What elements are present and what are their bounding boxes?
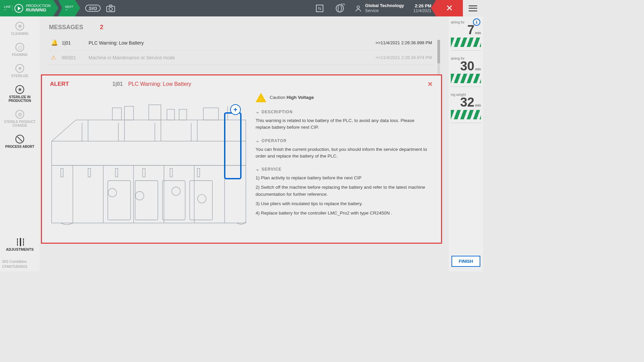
diagram-highlight xyxy=(224,112,241,179)
info-icon[interactable]: i xyxy=(473,18,480,26)
svg-point-38 xyxy=(172,187,180,195)
svg-point-36 xyxy=(108,188,116,197)
svg-rect-31 xyxy=(88,169,91,177)
progress-stripes xyxy=(451,74,481,83)
messages-panel: MESSAGES 2 🔔 1|01 PLC Warning: Low Batte… xyxy=(40,16,443,65)
svg-rect-29 xyxy=(190,181,213,220)
svg-rect-27 xyxy=(135,181,158,220)
sidebar-item-sterilize[interactable]: ✳STERILIZE xyxy=(0,64,40,78)
user-panel[interactable]: Global TechnologyService xyxy=(350,0,409,16)
sidebar-item-sterile-change[interactable]: ⊡STERILE PRODUCT CHANGE xyxy=(0,110,40,127)
svg-rect-35 xyxy=(197,169,200,177)
svg-rect-18 xyxy=(203,108,218,120)
svg-rect-28 xyxy=(162,181,185,220)
swap-icon[interactable]: ⇆ xyxy=(310,0,330,16)
bell-icon: 🔔 xyxy=(51,39,62,46)
production-status: PRODUCTIONRUNNING xyxy=(26,4,51,12)
svg-rect-33 xyxy=(143,169,145,177)
main-area: MESSAGES 2 🔔 1|01 PLC Warning: Low Batte… xyxy=(40,16,443,272)
play-icon xyxy=(14,4,23,13)
metric-block-3: ing weight 32min xyxy=(451,93,481,123)
svg-rect-15 xyxy=(149,105,161,120)
svg-rect-32 xyxy=(115,169,118,177)
progress-stripes xyxy=(451,110,481,119)
user-icon xyxy=(355,5,362,12)
sidebar-item-sterilize-production[interactable]: ✳STERILIZE IN PRODUCTION xyxy=(0,85,40,103)
message-row[interactable]: 🔔 1|01 PLC Warning: Low Battery >>11/4/2… xyxy=(49,36,434,50)
svg-point-1 xyxy=(109,7,112,11)
svg-point-39 xyxy=(198,194,206,203)
hamburger-icon xyxy=(469,5,477,11)
sliders-icon: ┆┃┆ xyxy=(0,238,40,246)
diagram-marker[interactable]: + xyxy=(230,104,241,115)
machine-diagram: + xyxy=(49,93,249,238)
svg-rect-16 xyxy=(167,109,175,120)
caution-banner: Caution High Voltage xyxy=(256,93,430,102)
section-service: SERVICE 1) Plan activity to replace batt… xyxy=(256,166,430,217)
sidebar: ✲CLEANING ◌FOAMING ✳STERILIZE ✳STERILIZE… xyxy=(0,16,40,272)
line-status-panel[interactable]: LINE✓ PRODUCTIONRUNNING xyxy=(0,0,53,16)
messages-title: MESSAGES xyxy=(49,24,83,31)
svg-rect-14 xyxy=(124,106,133,120)
section-operator: OPERATORYou can finish the current produ… xyxy=(256,137,430,160)
svg-rect-13 xyxy=(112,108,121,120)
sidebar-item-cleaning[interactable]: ✲CLEANING xyxy=(0,22,40,36)
high-voltage-icon xyxy=(256,93,266,102)
finish-button[interactable]: FINISH xyxy=(451,256,480,267)
alert-info[interactable]: Caution High Voltage DESCRIPTIONThis war… xyxy=(256,93,434,238)
message-row[interactable]: ⚠ 860|01 Machine in Maintenance or Servi… xyxy=(49,50,434,65)
right-column: i aining for 7min aining for 30min ing w… xyxy=(449,16,483,272)
close-button[interactable]: ✕ xyxy=(436,0,463,16)
next-indicator[interactable]: NEXT✓ xyxy=(58,0,75,16)
messages-count: 2 xyxy=(100,24,103,31)
alert-header: ALERT 1|01 PLC Warning: Low Battery ✕ xyxy=(42,75,441,93)
progress-stripes xyxy=(451,38,481,47)
brand-logo: SIG xyxy=(85,5,101,12)
svg-rect-26 xyxy=(108,181,130,220)
metric-block-2: aining for 30min xyxy=(451,57,481,87)
sidebar-item-foaming[interactable]: ◌FOAMING xyxy=(0,43,40,57)
camera-icon[interactable] xyxy=(101,0,121,16)
svg-rect-30 xyxy=(61,169,63,177)
alert-close-button[interactable]: ✕ xyxy=(427,80,433,88)
svg-rect-17 xyxy=(179,109,187,120)
sidebar-item-abort[interactable]: PROCESS ABORT xyxy=(0,135,40,148)
svg-rect-34 xyxy=(170,169,172,177)
svg-rect-4 xyxy=(52,166,246,223)
warning-icon: ⚠ xyxy=(51,54,62,61)
sidebar-footer: SIG CombiblocCFA875355501 xyxy=(2,259,38,269)
section-description: DESCRIPTIONThis warning is related to lo… xyxy=(256,108,430,131)
top-bar: LINE✓ PRODUCTIONRUNNING NEXT✓ SIG ⇆ EN G… xyxy=(0,0,483,16)
svg-point-37 xyxy=(136,191,144,200)
close-icon: ✕ xyxy=(446,3,453,13)
language-icon[interactable]: EN xyxy=(330,0,350,16)
svg-point-2 xyxy=(357,6,359,8)
svg-rect-3 xyxy=(52,141,246,165)
alert-panel: ALERT 1|01 PLC Warning: Low Battery ✕ xyxy=(41,74,442,244)
menu-button[interactable] xyxy=(463,0,483,16)
sidebar-adjustments[interactable]: ┆┃┆ADJUSTMENTS xyxy=(0,238,40,251)
line-indicator: LINE✓ xyxy=(3,5,12,11)
